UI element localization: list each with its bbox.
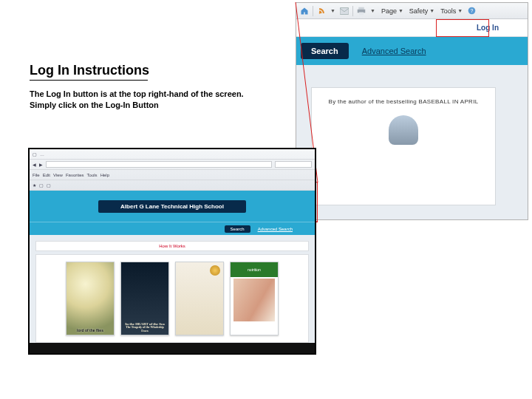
book-carousel: lord of the flies In the HEART of the Se… — [35, 254, 309, 343]
award-medal-icon — [210, 265, 220, 276]
book-cover[interactable] — [175, 262, 224, 335]
instruction-line-1: The Log In button is at the top right-ha… — [30, 89, 244, 98]
mail-icon[interactable] — [339, 6, 349, 16]
svg-rect-0 — [340, 7, 349, 14]
fav-toolbar-row: ★▢▢ — [30, 180, 315, 191]
address-row: ◀ ▶ — [30, 160, 315, 170]
address-bar[interactable] — [46, 161, 272, 168]
svg-rect-1 — [358, 7, 364, 9]
advanced-search-link[interactable]: Advanced Search — [362, 47, 426, 55]
instruction-line-2: Simply click on the Log-In Button — [30, 100, 159, 109]
page-menu[interactable]: Page▼ — [379, 7, 406, 15]
safety-menu[interactable]: Safety▼ — [407, 7, 437, 15]
featured-card: By the author of the bestselling BASEBAL… — [311, 87, 496, 205]
search-box[interactable] — [275, 161, 312, 168]
browser-chrome: ▢… ◀ ▶ File Edit View Favorites Tools He… — [30, 149, 315, 191]
school-name: Albert G Lane Technical High School — [98, 200, 246, 213]
menu-tools[interactable]: Tools — [87, 173, 98, 177]
titlebar-row: ▢… — [30, 149, 315, 160]
book-subtitle: The Tragedy of the Whaleship Essex — [123, 326, 166, 332]
toolbar-dropdown[interactable]: ▼ — [368, 8, 378, 13]
svg-text:?: ? — [470, 8, 473, 13]
menu-edit[interactable]: Edit — [43, 173, 50, 177]
book-title: nutrition — [231, 262, 278, 277]
full-screenshot: ▢… ◀ ▶ File Edit View Favorites Tools He… — [28, 148, 316, 355]
book-photo — [233, 279, 275, 321]
title-underline — [30, 80, 148, 81]
menu-file[interactable]: File — [33, 173, 40, 177]
menu-help[interactable]: Help — [100, 173, 109, 177]
help-icon[interactable]: ? — [466, 6, 477, 16]
book-cover[interactable]: lord of the flies — [66, 262, 115, 335]
search-button[interactable]: Search — [301, 43, 349, 59]
carousel-header[interactable]: How It Works — [35, 241, 309, 251]
site-banner: Albert G Lane Technical High School — [30, 191, 315, 222]
toolbar-dropdown[interactable]: ▼ — [328, 8, 338, 13]
safety-menu-label: Safety — [409, 7, 429, 15]
zoom-panel: ▼ ▼ Page▼ Safety▼ Tools▼ ? Log In Search… — [296, 2, 528, 220]
svg-rect-3 — [359, 12, 364, 15]
site-body: How It Works lord of the flies In the HE… — [30, 235, 315, 353]
zoom-body: By the author of the bestselling BASEBAL… — [296, 65, 528, 219]
rss-icon[interactable] — [316, 6, 327, 16]
featured-cover-art — [389, 115, 418, 145]
page-title: Log In Instructions — [30, 63, 149, 78]
back-icon[interactable]: ◀ — [33, 162, 36, 167]
tools-menu-label: Tools — [440, 7, 456, 15]
book-title: lord of the flies — [77, 329, 103, 333]
menu-row: File Edit View Favorites Tools Help — [30, 170, 315, 180]
login-bar: Log In — [296, 19, 528, 37]
page-menu-label: Page — [381, 7, 397, 15]
print-icon[interactable] — [356, 6, 366, 16]
book-cover[interactable]: In the HEART of the Sea The Tragedy of t… — [120, 262, 169, 335]
login-button[interactable]: Log In — [468, 21, 507, 35]
home-icon[interactable] — [299, 6, 310, 16]
forward-icon[interactable]: ▶ — [39, 162, 43, 167]
ie-toolbar: ▼ ▼ Page▼ Safety▼ Tools▼ ? — [296, 3, 528, 19]
site-footer — [30, 343, 315, 353]
search-button[interactable]: Search — [225, 225, 250, 233]
featured-tagline: By the author of the bestselling BASEBAL… — [329, 98, 479, 105]
site-search-row: Search Advanced Search — [30, 222, 315, 235]
book-cover[interactable]: nutrition — [230, 262, 279, 335]
menu-favorites[interactable]: Favorites — [66, 173, 84, 177]
instructions: The Log In button is at the top right-ha… — [30, 89, 251, 111]
tools-menu[interactable]: Tools▼ — [438, 7, 465, 15]
menu-view[interactable]: View — [53, 173, 63, 177]
advanced-search-link[interactable]: Advanced Search — [258, 227, 293, 231]
search-bar: Search Advanced Search — [296, 37, 528, 65]
